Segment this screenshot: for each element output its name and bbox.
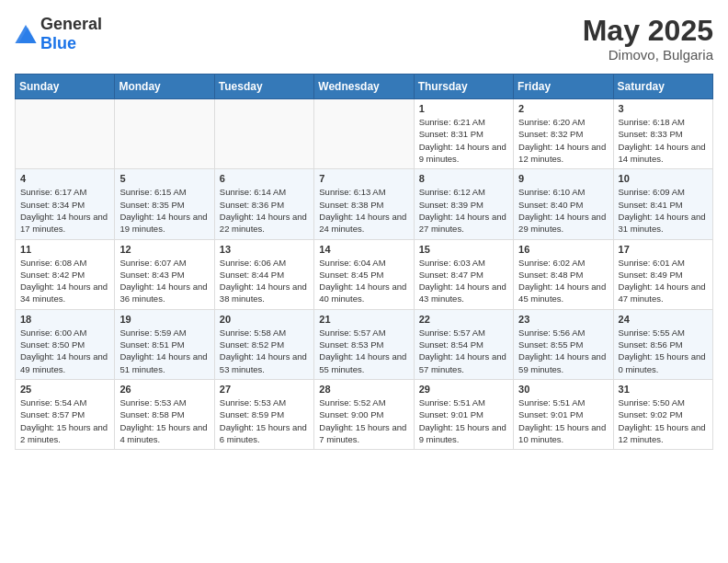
day-info: Sunrise: 6:08 AMSunset: 8:42 PMDaylight:… [20,257,109,305]
calendar-table: SundayMondayTuesdayWednesdayThursdayFrid… [15,74,713,450]
calendar-cell: 9Sunrise: 6:10 AMSunset: 8:40 PMDaylight… [514,169,613,239]
day-number: 15 [419,244,508,255]
day-number: 29 [419,384,508,395]
day-number: 25 [20,384,109,395]
day-number: 19 [119,314,209,325]
day-info: Sunrise: 6:06 AMSunset: 8:44 PMDaylight:… [220,257,309,305]
calendar-cell: 13Sunrise: 6:06 AMSunset: 8:44 PMDayligh… [214,239,313,309]
calendar-cell: 20Sunrise: 5:58 AMSunset: 8:52 PMDayligh… [214,309,313,379]
calendar-cell: 19Sunrise: 5:59 AMSunset: 8:51 PMDayligh… [115,309,214,379]
calendar-cell: 14Sunrise: 6:04 AMSunset: 8:45 PMDayligh… [314,239,414,309]
week-row-1: 1Sunrise: 6:21 AMSunset: 8:31 PMDaylight… [16,99,713,169]
calendar-cell [115,99,214,169]
day-number: 17 [619,244,708,255]
day-info: Sunrise: 6:18 AMSunset: 8:33 PMDaylight:… [619,116,708,165]
day-info: Sunrise: 5:52 AMSunset: 9:00 PMDaylight:… [319,396,408,445]
day-number: 28 [319,384,408,395]
logo-general: General [40,15,102,33]
calendar-cell: 4Sunrise: 6:17 AMSunset: 8:34 PMDaylight… [16,169,115,239]
day-info: Sunrise: 6:03 AMSunset: 8:47 PMDaylight:… [419,257,508,305]
day-number: 11 [20,244,109,255]
logo-blue: Blue [40,34,76,52]
logo: General Blue [15,15,102,53]
calendar-cell: 11Sunrise: 6:08 AMSunset: 8:42 PMDayligh… [16,239,115,309]
day-info: Sunrise: 5:53 AMSunset: 8:59 PMDaylight:… [220,396,309,445]
day-number: 12 [119,244,209,255]
calendar-cell: 3Sunrise: 6:18 AMSunset: 8:33 PMDaylight… [613,99,712,169]
calendar-cell: 2Sunrise: 6:20 AMSunset: 8:32 PMDaylight… [514,99,613,169]
day-number: 6 [220,173,309,184]
calendar-cell: 10Sunrise: 6:09 AMSunset: 8:41 PMDayligh… [613,169,712,239]
day-info: Sunrise: 6:04 AMSunset: 8:45 PMDaylight:… [319,257,408,305]
day-number: 5 [119,173,209,184]
day-info: Sunrise: 6:17 AMSunset: 8:34 PMDaylight:… [20,186,109,235]
location-title: Dimovo, Bulgaria [583,47,713,63]
day-number: 31 [619,384,708,395]
weekday-header-sunday: Sunday [16,75,115,99]
day-info: Sunrise: 6:00 AMSunset: 8:50 PMDaylight:… [20,327,109,375]
day-number: 23 [518,314,608,325]
day-number: 18 [20,314,109,325]
calendar-cell: 12Sunrise: 6:07 AMSunset: 8:43 PMDayligh… [115,239,214,309]
day-number: 10 [619,173,708,184]
logo-icon [15,25,37,43]
calendar-cell: 31Sunrise: 5:50 AMSunset: 9:02 PMDayligh… [613,379,712,449]
calendar-cell: 26Sunrise: 5:53 AMSunset: 8:58 PMDayligh… [115,379,214,449]
day-number: 20 [220,314,309,325]
weekday-header-friday: Friday [514,75,613,99]
day-number: 14 [319,244,408,255]
month-title: May 2025 [583,15,713,47]
day-number: 16 [518,244,608,255]
day-info: Sunrise: 5:57 AMSunset: 8:54 PMDaylight:… [419,327,508,375]
day-info: Sunrise: 5:59 AMSunset: 8:51 PMDaylight:… [119,327,209,375]
day-info: Sunrise: 6:01 AMSunset: 8:49 PMDaylight:… [619,257,708,305]
calendar-cell: 8Sunrise: 6:12 AMSunset: 8:39 PMDaylight… [414,169,513,239]
day-number: 30 [518,384,608,395]
day-info: Sunrise: 5:56 AMSunset: 8:55 PMDaylight:… [518,327,608,375]
day-info: Sunrise: 6:12 AMSunset: 8:39 PMDaylight:… [419,186,508,235]
day-info: Sunrise: 5:54 AMSunset: 8:57 PMDaylight:… [20,396,109,445]
weekday-header-tuesday: Tuesday [214,75,313,99]
day-number: 26 [119,384,209,395]
day-number: 21 [319,314,408,325]
calendar-cell: 18Sunrise: 6:00 AMSunset: 8:50 PMDayligh… [16,309,115,379]
calendar-cell: 1Sunrise: 6:21 AMSunset: 8:31 PMDaylight… [414,99,513,169]
day-number: 7 [319,173,408,184]
week-row-2: 4Sunrise: 6:17 AMSunset: 8:34 PMDaylight… [16,169,713,239]
calendar-cell: 21Sunrise: 5:57 AMSunset: 8:53 PMDayligh… [314,309,414,379]
title-block: May 2025 Dimovo, Bulgaria [583,15,713,63]
calendar-cell [314,99,414,169]
weekday-header-saturday: Saturday [613,75,712,99]
calendar-cell: 29Sunrise: 5:51 AMSunset: 9:01 PMDayligh… [414,379,513,449]
page-header: General Blue May 2025 Dimovo, Bulgaria [15,15,713,63]
weekday-header-thursday: Thursday [414,75,513,99]
weekday-header-row: SundayMondayTuesdayWednesdayThursdayFrid… [16,75,713,99]
weekday-header-wednesday: Wednesday [314,75,414,99]
day-number: 24 [619,314,708,325]
calendar-cell: 7Sunrise: 6:13 AMSunset: 8:38 PMDaylight… [314,169,414,239]
day-number: 27 [220,384,309,395]
day-info: Sunrise: 6:20 AMSunset: 8:32 PMDaylight:… [518,116,608,165]
day-info: Sunrise: 6:14 AMSunset: 8:36 PMDaylight:… [220,186,309,235]
day-info: Sunrise: 6:13 AMSunset: 8:38 PMDaylight:… [319,186,408,235]
week-row-3: 11Sunrise: 6:08 AMSunset: 8:42 PMDayligh… [16,239,713,309]
day-info: Sunrise: 6:10 AMSunset: 8:40 PMDaylight:… [518,186,608,235]
day-number: 4 [20,173,109,184]
day-info: Sunrise: 6:07 AMSunset: 8:43 PMDaylight:… [119,257,209,305]
calendar-cell: 24Sunrise: 5:55 AMSunset: 8:56 PMDayligh… [613,309,712,379]
calendar-cell: 15Sunrise: 6:03 AMSunset: 8:47 PMDayligh… [414,239,513,309]
calendar-cell: 17Sunrise: 6:01 AMSunset: 8:49 PMDayligh… [613,239,712,309]
day-info: Sunrise: 5:51 AMSunset: 9:01 PMDaylight:… [419,396,508,445]
day-info: Sunrise: 5:55 AMSunset: 8:56 PMDaylight:… [619,327,708,375]
day-info: Sunrise: 5:50 AMSunset: 9:02 PMDaylight:… [619,396,708,445]
calendar-cell [16,99,115,169]
week-row-4: 18Sunrise: 6:00 AMSunset: 8:50 PMDayligh… [16,309,713,379]
day-number: 2 [518,103,608,114]
calendar-cell: 6Sunrise: 6:14 AMSunset: 8:36 PMDaylight… [214,169,313,239]
day-number: 3 [619,103,708,114]
calendar-cell: 25Sunrise: 5:54 AMSunset: 8:57 PMDayligh… [16,379,115,449]
day-info: Sunrise: 5:58 AMSunset: 8:52 PMDaylight:… [220,327,309,375]
day-number: 22 [419,314,508,325]
day-number: 9 [518,173,608,184]
day-number: 8 [419,173,508,184]
